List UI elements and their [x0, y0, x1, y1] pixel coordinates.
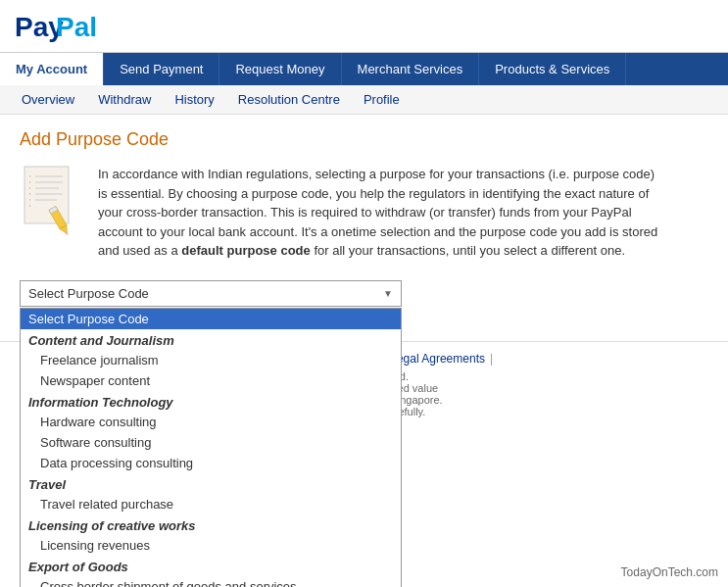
paypal-logo: Pay Pal — [15, 10, 713, 44]
watermark: TodayOnTech.com — [621, 565, 718, 579]
dropdown-item-newspaper[interactable]: Newspaper content — [21, 370, 401, 391]
sub-nav-profile[interactable]: Profile — [352, 85, 412, 114]
paypal-logo-svg: Pay Pal — [15, 10, 122, 44]
tab-my-account[interactable]: My Account — [0, 53, 104, 85]
tab-send-payment[interactable]: Send Payment — [104, 53, 219, 85]
dropdown-container: Select Purpose Code ▼ Select Purpose Cod… — [20, 280, 412, 307]
svg-text:Pal: Pal — [56, 12, 97, 42]
page-title: Add Purpose Code — [20, 129, 708, 150]
dropdown-item-data-processing[interactable]: Data processing consulting — [21, 453, 401, 473]
sub-nav-history[interactable]: History — [163, 85, 225, 114]
dropdown-category-licensing: Licensing of creative works — [21, 514, 401, 535]
sub-nav-overview[interactable]: Overview — [10, 85, 86, 114]
dropdown-category-travel: Travel — [21, 473, 401, 494]
description-text: In accordance with Indian regulations, s… — [98, 165, 666, 261]
svg-rect-2 — [24, 167, 69, 223]
tab-products-services[interactable]: Products & Services — [479, 53, 626, 85]
dropdown-category-content: Content and Journalism — [21, 329, 401, 350]
dropdown-category-export: Export of Goods — [21, 556, 401, 576]
document-icon — [20, 165, 83, 238]
footer-link-legal[interactable]: Legal Agreements — [390, 352, 485, 366]
nav-tabs: My Account Send Payment Request Money Me… — [0, 53, 728, 85]
dropdown-category-it: Information Technology — [21, 391, 401, 412]
purpose-code-dropdown[interactable]: Select Purpose Code ▼ — [20, 280, 402, 307]
tab-merchant-services[interactable]: Merchant Services — [342, 53, 480, 85]
main-content: Add Purpose Code — [0, 115, 728, 321]
dropdown-item-travel[interactable]: Travel related purchase — [21, 494, 401, 514]
dropdown-item-hardware[interactable]: Hardware consulting — [21, 412, 401, 432]
dropdown-item-cross-border[interactable]: Cross border shipment of goods and servi… — [21, 576, 401, 588]
sub-nav: Overview Withdraw History Resolution Cen… — [0, 85, 728, 115]
header: Pay Pal — [0, 0, 728, 53]
dropdown-item-select[interactable]: Select Purpose Code — [21, 309, 401, 329]
dropdown-item-freelance[interactable]: Freelance journalism — [21, 350, 401, 370]
dropdown-list: Select Purpose Code Content and Journali… — [20, 308, 402, 588]
dropdown-item-licensing[interactable]: Licensing revenues — [21, 535, 401, 556]
content-area: In accordance with Indian regulations, s… — [20, 165, 708, 261]
tab-request-money[interactable]: Request Money — [219, 53, 341, 85]
sub-nav-withdraw[interactable]: Withdraw — [86, 85, 163, 114]
dropdown-item-software[interactable]: Software consulting — [21, 432, 401, 453]
sub-nav-resolution-centre[interactable]: Resolution Centre — [226, 85, 352, 114]
dropdown-arrow-icon: ▼ — [383, 288, 393, 299]
